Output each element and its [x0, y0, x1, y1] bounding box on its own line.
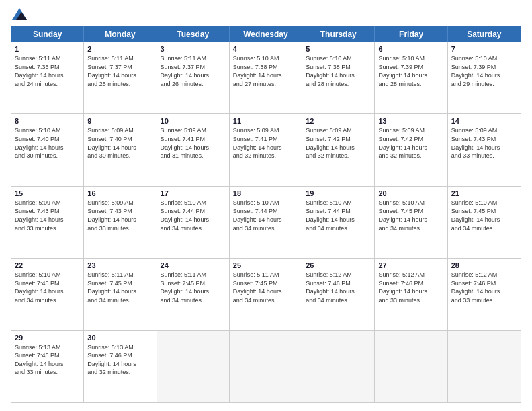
calendar-cell: 30Sunrise: 5:13 AMSunset: 7:46 PMDayligh… [84, 331, 157, 402]
weekday-tuesday: Tuesday [157, 26, 230, 42]
calendar-cell: 2Sunrise: 5:11 AMSunset: 7:37 PMDaylight… [84, 42, 157, 113]
calendar: Sunday Monday Tuesday Wednesday Thursday… [11, 26, 521, 403]
day-number: 20 [378, 189, 443, 197]
calendar-cell: 24Sunrise: 5:11 AMSunset: 7:45 PMDayligh… [157, 259, 230, 330]
cell-info: Sunrise: 5:09 AMSunset: 7:43 PMDaylight:… [87, 199, 152, 232]
cell-info: Sunrise: 5:11 AMSunset: 7:45 PMDaylight:… [161, 271, 226, 304]
calendar-cell: 18Sunrise: 5:10 AMSunset: 7:44 PMDayligh… [230, 187, 302, 258]
calendar-cell: 13Sunrise: 5:09 AMSunset: 7:42 PMDayligh… [375, 114, 447, 185]
cell-info: Sunrise: 5:10 AMSunset: 7:40 PMDaylight:… [15, 126, 80, 160]
calendar-cell [302, 331, 375, 402]
cell-info: Sunrise: 5:11 AMSunset: 7:45 PMDaylight:… [233, 271, 298, 304]
calendar-cell [448, 331, 521, 402]
day-number: 4 [233, 45, 298, 53]
cell-info: Sunrise: 5:12 AMSunset: 7:46 PMDaylight:… [378, 271, 443, 304]
day-number: 9 [87, 117, 152, 125]
calendar-cell: 14Sunrise: 5:09 AMSunset: 7:43 PMDayligh… [448, 114, 521, 185]
calendar-row-1: 1Sunrise: 5:11 AMSunset: 7:36 PMDaylight… [11, 42, 521, 113]
calendar-header: Sunday Monday Tuesday Wednesday Thursday… [11, 26, 521, 42]
calendar-cell: 15Sunrise: 5:09 AMSunset: 7:43 PMDayligh… [11, 187, 84, 258]
calendar-row-3: 15Sunrise: 5:09 AMSunset: 7:43 PMDayligh… [11, 186, 521, 258]
day-number: 12 [306, 117, 371, 125]
weekday-thursday: Thursday [302, 26, 375, 42]
cell-info: Sunrise: 5:10 AMSunset: 7:44 PMDaylight:… [161, 199, 226, 232]
calendar-cell: 26Sunrise: 5:12 AMSunset: 7:46 PMDayligh… [302, 259, 375, 330]
calendar-cell: 21Sunrise: 5:10 AMSunset: 7:45 PMDayligh… [448, 187, 521, 258]
day-number: 5 [306, 45, 371, 53]
day-number: 25 [233, 261, 298, 269]
calendar-row-5: 29Sunrise: 5:13 AMSunset: 7:46 PMDayligh… [11, 330, 521, 402]
weekday-wednesday: Wednesday [230, 26, 302, 42]
calendar-cell: 9Sunrise: 5:09 AMSunset: 7:40 PMDaylight… [84, 114, 157, 185]
cell-info: Sunrise: 5:11 AMSunset: 7:37 PMDaylight:… [87, 54, 152, 88]
calendar-cell: 12Sunrise: 5:09 AMSunset: 7:42 PMDayligh… [302, 114, 375, 185]
day-number: 6 [378, 45, 443, 53]
calendar-cell: 10Sunrise: 5:09 AMSunset: 7:41 PMDayligh… [157, 114, 230, 185]
calendar-cell [375, 331, 447, 402]
calendar-cell: 22Sunrise: 5:10 AMSunset: 7:45 PMDayligh… [11, 259, 84, 330]
page: Sunday Monday Tuesday Wednesday Thursday… [0, 0, 532, 411]
cell-info: Sunrise: 5:13 AMSunset: 7:46 PMDaylight:… [87, 343, 152, 377]
header [11, 8, 521, 20]
cell-info: Sunrise: 5:09 AMSunset: 7:41 PMDaylight:… [161, 126, 226, 160]
cell-info: Sunrise: 5:09 AMSunset: 7:42 PMDaylight:… [378, 126, 443, 160]
calendar-cell: 11Sunrise: 5:09 AMSunset: 7:41 PMDayligh… [230, 114, 302, 185]
calendar-cell: 4Sunrise: 5:10 AMSunset: 7:38 PMDaylight… [230, 42, 302, 113]
day-number: 14 [451, 117, 517, 125]
day-number: 27 [378, 261, 443, 269]
day-number: 16 [87, 189, 152, 197]
day-number: 18 [233, 189, 298, 197]
calendar-cell: 20Sunrise: 5:10 AMSunset: 7:45 PMDayligh… [375, 187, 447, 258]
day-number: 7 [451, 45, 517, 53]
calendar-cell: 16Sunrise: 5:09 AMSunset: 7:43 PMDayligh… [84, 187, 157, 258]
cell-info: Sunrise: 5:11 AMSunset: 7:37 PMDaylight:… [161, 54, 226, 88]
day-number: 15 [15, 189, 80, 197]
day-number: 29 [15, 334, 80, 342]
calendar-row-2: 8Sunrise: 5:10 AMSunset: 7:40 PMDaylight… [11, 113, 521, 185]
calendar-cell: 7Sunrise: 5:10 AMSunset: 7:39 PMDaylight… [448, 42, 521, 113]
day-number: 30 [87, 334, 152, 342]
calendar-cell: 28Sunrise: 5:12 AMSunset: 7:46 PMDayligh… [448, 259, 521, 330]
calendar-cell: 25Sunrise: 5:11 AMSunset: 7:45 PMDayligh… [230, 259, 302, 330]
calendar-cell: 1Sunrise: 5:11 AMSunset: 7:36 PMDaylight… [11, 42, 84, 113]
cell-info: Sunrise: 5:09 AMSunset: 7:43 PMDaylight:… [15, 199, 80, 232]
day-number: 2 [87, 45, 152, 53]
cell-info: Sunrise: 5:10 AMSunset: 7:45 PMDaylight:… [378, 199, 443, 232]
cell-info: Sunrise: 5:09 AMSunset: 7:40 PMDaylight:… [87, 126, 152, 160]
weekday-saturday: Saturday [448, 26, 521, 42]
calendar-body: 1Sunrise: 5:11 AMSunset: 7:36 PMDaylight… [11, 42, 521, 402]
day-number: 28 [451, 261, 517, 269]
cell-info: Sunrise: 5:10 AMSunset: 7:44 PMDaylight:… [306, 199, 371, 232]
cell-info: Sunrise: 5:11 AMSunset: 7:45 PMDaylight:… [87, 271, 152, 304]
cell-info: Sunrise: 5:11 AMSunset: 7:36 PMDaylight:… [15, 54, 80, 88]
cell-info: Sunrise: 5:10 AMSunset: 7:45 PMDaylight:… [451, 199, 517, 232]
day-number: 8 [15, 117, 80, 125]
day-number: 1 [15, 45, 80, 53]
day-number: 3 [161, 45, 226, 53]
cell-info: Sunrise: 5:10 AMSunset: 7:38 PMDaylight:… [233, 54, 298, 88]
logo [11, 8, 27, 20]
calendar-cell: 6Sunrise: 5:10 AMSunset: 7:39 PMDaylight… [375, 42, 447, 113]
cell-info: Sunrise: 5:13 AMSunset: 7:46 PMDaylight:… [15, 343, 80, 377]
day-number: 17 [161, 189, 226, 197]
day-number: 24 [161, 261, 226, 269]
calendar-cell: 27Sunrise: 5:12 AMSunset: 7:46 PMDayligh… [375, 259, 447, 330]
cell-info: Sunrise: 5:10 AMSunset: 7:45 PMDaylight:… [15, 271, 80, 304]
day-number: 26 [306, 261, 371, 269]
calendar-row-4: 22Sunrise: 5:10 AMSunset: 7:45 PMDayligh… [11, 258, 521, 330]
cell-info: Sunrise: 5:10 AMSunset: 7:39 PMDaylight:… [451, 54, 517, 88]
calendar-cell: 3Sunrise: 5:11 AMSunset: 7:37 PMDaylight… [157, 42, 230, 113]
logo-icon [12, 8, 27, 20]
cell-info: Sunrise: 5:09 AMSunset: 7:43 PMDaylight:… [451, 126, 517, 160]
day-number: 21 [451, 189, 517, 197]
day-number: 11 [233, 117, 298, 125]
calendar-cell [157, 331, 230, 402]
day-number: 13 [378, 117, 443, 125]
calendar-cell [230, 331, 302, 402]
weekday-friday: Friday [375, 26, 447, 42]
calendar-cell: 8Sunrise: 5:10 AMSunset: 7:40 PMDaylight… [11, 114, 84, 185]
cell-info: Sunrise: 5:10 AMSunset: 7:38 PMDaylight:… [306, 54, 371, 88]
cell-info: Sunrise: 5:10 AMSunset: 7:39 PMDaylight:… [378, 54, 443, 88]
day-number: 23 [87, 261, 152, 269]
calendar-cell: 19Sunrise: 5:10 AMSunset: 7:44 PMDayligh… [302, 187, 375, 258]
